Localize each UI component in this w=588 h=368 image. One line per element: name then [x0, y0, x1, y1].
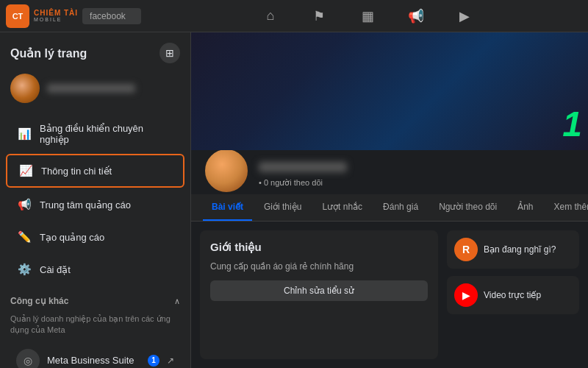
content-panels: Giới thiệu Cung cấp quần áo giá rẻ chính… [191, 222, 588, 368]
other-tools-section[interactable]: Công cụ khác ∧ [0, 291, 190, 311]
logo-subtitle: MOBILE [34, 17, 78, 23]
chart-bar-icon: 📈 [18, 163, 34, 179]
logo-text: CHIÊM TÀI MOBILE [34, 9, 78, 23]
nav-left: CT CHIÊM TÀI MOBILE facebook [0, 4, 191, 28]
sidebar: Quản lý trang ⊞ 📊 Bảng điều khiển chuyên… [0, 32, 191, 368]
meta-business-suite-row[interactable]: ◎ Meta Business Suite 1 ↗ [6, 343, 184, 368]
sidebar-item-label: Cài đặt [40, 264, 71, 275]
home-icon[interactable]: ⌂ [257, 3, 284, 29]
edit-bio-button[interactable]: Chỉnh sửa tiểu sử [210, 280, 428, 301]
tab-likes[interactable]: Lượt nhắc [313, 194, 371, 221]
nav-icons: ⌂ ⚑ ▦ 📢 ▶ [191, 3, 544, 29]
intro-panel: Giới thiệu Cung cấp quần áo giá rẻ chính… [200, 230, 438, 359]
sidebar-item-label: Thông tin chi tiết [41, 166, 112, 177]
sidebar-item-detailed-info[interactable]: 📈 Thông tin chi tiết [6, 154, 184, 188]
profile-followers: • 0 người theo dõi [259, 178, 323, 187]
profile-avatar [203, 147, 250, 194]
tab-followers[interactable]: Người theo dõi [430, 194, 506, 221]
chat-avatar: R [454, 238, 478, 261]
ad-icon: 📢 [16, 197, 32, 213]
top-navigation: CT CHIÊM TÀI MOBILE facebook ⌂ ⚑ ▦ 📢 ▶ [0, 0, 588, 32]
other-tools-desc: Quản lý doanh nghiệp của bạn trên các ứn… [0, 311, 190, 342]
chart-icon[interactable]: ▦ [354, 3, 381, 29]
logo-title: CHIÊM TÀI [34, 9, 78, 17]
sidebar-item-professional-dashboard[interactable]: 📊 Bảng điều khiển chuyên nghiệp [6, 116, 184, 152]
intro-title: Giới thiệu [210, 241, 428, 254]
settings-icon: ⚙️ [16, 261, 32, 277]
sidebar-item-settings[interactable]: ⚙️ Cài đặt [6, 254, 184, 285]
collapse-icon: ∧ [174, 297, 180, 306]
meta-icon: ◎ [16, 349, 40, 368]
video-box[interactable]: ▶ Video trực tiếp [447, 276, 579, 314]
profile-name-blurred [259, 162, 347, 172]
sidebar-item-create-ad[interactable]: ✏️ Tạo quảng cáo [6, 222, 184, 252]
edit-icon: ✏️ [16, 229, 32, 245]
sidebar-item-ad-center[interactable]: 📢 Trung tâm quảng cáo [6, 189, 184, 220]
external-link-icon: ↗ [167, 355, 174, 366]
main-layout: Quản lý trang ⊞ 📊 Bảng điều khiển chuyên… [0, 32, 588, 368]
tv-icon[interactable]: ▶ [451, 3, 478, 29]
logo-icon: CT [6, 4, 29, 28]
megaphone-icon[interactable]: 📢 [403, 3, 429, 29]
tab-reviews[interactable]: Đánh giá [374, 194, 427, 221]
sidebar-header: Quản lý trang ⊞ [0, 32, 190, 68]
page-name-blurred [47, 84, 135, 93]
tab-posts[interactable]: Bài viết [203, 194, 252, 221]
cover-photo: 1 [191, 32, 588, 150]
right-panel: R Bạn đang nghĩ gì? ▶ Video trực tiếp [447, 230, 579, 359]
profile-info: • 0 người theo dõi [250, 162, 576, 194]
tab-more[interactable]: Xem thêm [545, 194, 588, 221]
meta-badge: 1 [148, 355, 159, 367]
tabs-row: Bài viết Giới thiệu Lượt nhắc Đánh giá N… [191, 194, 588, 222]
intro-description: Cung cấp quần áo giá rẻ chính hãng [210, 260, 428, 273]
sidebar-item-label: Bảng điều khiển chuyên nghiệp [40, 123, 174, 145]
flag-icon[interactable]: ⚑ [306, 3, 332, 29]
dashboard-icon: 📊 [16, 126, 32, 142]
content-area: 1 • 0 người theo dõi Bài viết Giới thiệu… [191, 32, 588, 368]
tab-about[interactable]: Giới thiệu [255, 194, 310, 221]
meta-business-label: Meta Business Suite [47, 355, 140, 366]
chat-question: Bạn đang nghĩ gì? [484, 244, 556, 255]
page-avatar [10, 74, 40, 103]
video-label: Video trực tiếp [484, 290, 541, 300]
other-tools-label: Công cụ khác [10, 296, 68, 306]
sidebar-item-label: Trung tâm quảng cáo [40, 199, 131, 210]
profile-section: • 0 người theo dõi [191, 150, 588, 194]
video-icon: ▶ [454, 283, 478, 307]
sidebar-item-label: Tạo quảng cáo [40, 232, 104, 243]
tab-photos[interactable]: Ảnh [509, 194, 542, 221]
sidebar-title: Quản lý trang [10, 46, 87, 60]
cover-blur-overlay [191, 32, 588, 150]
number-label: 1 [562, 104, 582, 144]
chat-box[interactable]: R Bạn đang nghĩ gì? [447, 230, 579, 269]
sidebar-toggle-icon[interactable]: ⊞ [159, 43, 180, 63]
search-bar[interactable]: facebook [82, 8, 141, 24]
page-profile-row [0, 68, 190, 109]
